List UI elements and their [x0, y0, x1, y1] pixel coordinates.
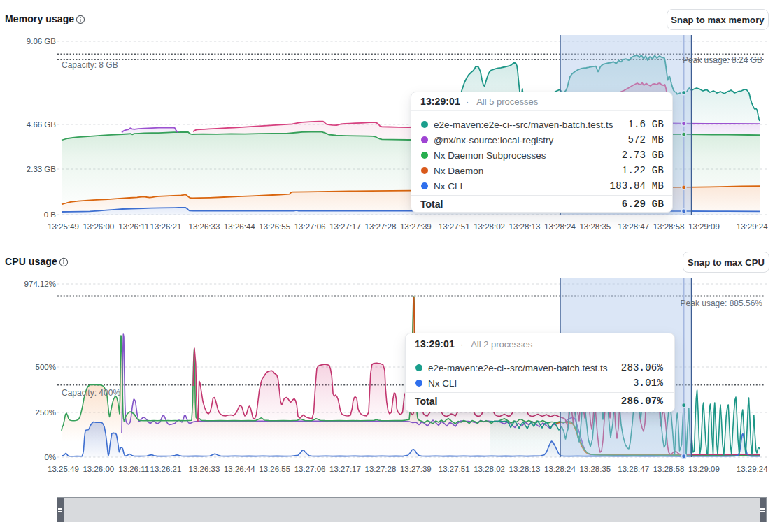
svg-text:500%: 500%: [36, 363, 56, 371]
svg-text:13:28:02: 13:28:02: [474, 465, 505, 473]
svg-text:Capacity: 8 GB: Capacity: 8 GB: [62, 60, 118, 70]
svg-text:13:28:24: 13:28:24: [544, 222, 576, 231]
svg-text:13:27:51: 13:27:51: [439, 465, 470, 473]
svg-text:13:28:35: 13:28:35: [579, 465, 611, 473]
svg-text:13:27:17: 13:27:17: [329, 222, 361, 231]
svg-text:13:26:33: 13:26:33: [189, 465, 220, 473]
svg-text:13:27:06: 13:27:06: [294, 465, 326, 473]
svg-text:13:29:09: 13:29:09: [688, 465, 720, 473]
svg-text:13:26:44: 13:26:44: [224, 465, 255, 473]
svg-text:13:25:49: 13:25:49: [48, 222, 79, 231]
svg-text:13:26:21: 13:26:21: [150, 222, 182, 231]
svg-text:Peak usage: 8.24 GB: Peak usage: 8.24 GB: [683, 55, 762, 65]
svg-text:13:26:33: 13:26:33: [189, 222, 220, 231]
svg-text:13:27:39: 13:27:39: [400, 222, 432, 231]
svg-text:13:28:47: 13:28:47: [618, 222, 649, 231]
svg-text:13:28:47: 13:28:47: [618, 465, 649, 473]
svg-text:2.33 GB: 2.33 GB: [27, 165, 57, 173]
svg-text:974.12%: 974.12%: [24, 280, 56, 288]
svg-text:13:27:17: 13:27:17: [329, 465, 361, 473]
svg-text:13:26:55: 13:26:55: [259, 465, 290, 473]
svg-text:13:27:51: 13:27:51: [439, 222, 470, 231]
svg-text:13:27:06: 13:27:06: [294, 222, 326, 231]
svg-text:13:26:44: 13:26:44: [224, 222, 255, 231]
svg-text:13:27:28: 13:27:28: [365, 465, 397, 473]
svg-text:13:29:24: 13:29:24: [737, 465, 768, 473]
svg-text:13:26:21: 13:26:21: [150, 465, 182, 473]
svg-text:13:26:00: 13:26:00: [83, 465, 114, 473]
svg-text:13:26:11: 13:26:11: [118, 465, 149, 473]
svg-text:13:29:09: 13:29:09: [688, 222, 720, 231]
svg-text:0%: 0%: [44, 453, 56, 461]
svg-text:13:27:39: 13:27:39: [400, 465, 432, 473]
svg-text:250%: 250%: [36, 408, 56, 417]
svg-text:13:25:49: 13:25:49: [48, 465, 79, 473]
svg-text:13:28:35: 13:28:35: [579, 222, 611, 231]
svg-text:13:29:24: 13:29:24: [737, 222, 768, 231]
svg-text:13:28:13: 13:28:13: [509, 222, 541, 231]
svg-text:13:26:11: 13:26:11: [118, 222, 149, 231]
svg-text:Capacity: 400%: Capacity: 400%: [62, 388, 120, 398]
svg-text:13:28:02: 13:28:02: [474, 222, 505, 231]
svg-text:13:28:58: 13:28:58: [653, 222, 685, 231]
svg-text:13:26:55: 13:26:55: [259, 222, 290, 231]
svg-text:13:28:24: 13:28:24: [544, 465, 576, 473]
svg-text:0 B: 0 B: [44, 210, 57, 219]
svg-text:13:28:58: 13:28:58: [653, 465, 685, 473]
svg-text:13:27:28: 13:27:28: [365, 222, 397, 231]
svg-text:13:28:13: 13:28:13: [509, 465, 541, 473]
svg-text:9.06 GB: 9.06 GB: [27, 37, 57, 45]
svg-text:Peak usage: 885.56%: Peak usage: 885.56%: [681, 299, 763, 308]
svg-text:13:26:00: 13:26:00: [83, 222, 114, 231]
svg-text:4.66 GB: 4.66 GB: [27, 120, 57, 129]
